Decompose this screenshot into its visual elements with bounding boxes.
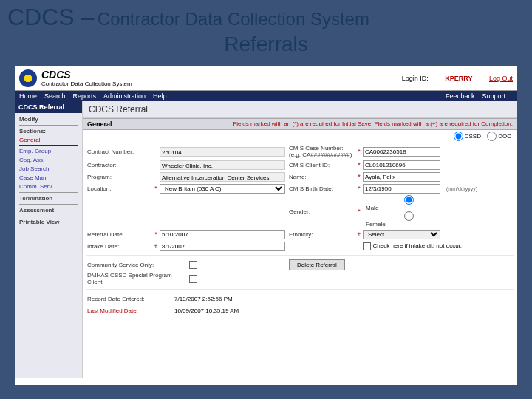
user-id: KPERRY xyxy=(445,75,472,82)
login-label: Login ID: xyxy=(402,75,429,82)
slide-title-2: Contractor Data Collection System xyxy=(98,9,369,29)
panel-title: CDCS Referral xyxy=(83,101,517,118)
community-service-label: Community Service Only: xyxy=(86,262,189,268)
contract-number-label: Contract Number: xyxy=(86,149,152,155)
sidebar-printable[interactable]: Printable View xyxy=(19,219,78,225)
menu-support[interactable]: Support xyxy=(482,92,505,100)
cssd-radio[interactable] xyxy=(454,132,463,141)
sidebar-item-caseman[interactable]: Case Man. xyxy=(19,174,78,181)
location-label: Location: xyxy=(86,185,152,192)
gender-female-radio[interactable] xyxy=(370,211,448,221)
menu-home[interactable]: Home xyxy=(19,92,37,100)
location-select[interactable]: New Britain (530 A C) xyxy=(160,184,285,194)
slide-subtitle: Referrals xyxy=(7,33,525,56)
logout-link[interactable]: Log Out xyxy=(489,75,513,82)
record-entered-label: Record Date Entered: xyxy=(86,296,174,302)
brand-subtitle: Contractor Data Collection System xyxy=(41,81,132,87)
sidebar-tab: CDCS Referral xyxy=(15,101,82,113)
delete-referral-button[interactable]: Delete Referral xyxy=(289,259,345,270)
menu-feedback[interactable]: Feedback xyxy=(446,92,475,100)
sidebar-modify[interactable]: Modify xyxy=(19,116,78,123)
male-label: Male xyxy=(366,205,378,211)
ethnicity-label: Ethnicity: xyxy=(289,231,355,238)
sidebar-item-cogass[interactable]: Cog. Ass. xyxy=(19,157,78,163)
intake-checkbox-label: Check here if intake did not occur. xyxy=(373,242,463,249)
menu-reports[interactable]: Reports xyxy=(73,92,97,100)
doc-radio[interactable] xyxy=(487,132,497,141)
menu-admin[interactable]: Administration xyxy=(103,92,146,100)
name-input[interactable] xyxy=(363,172,440,182)
gender-label: Gender: xyxy=(289,208,355,215)
cmis-birth-input[interactable] xyxy=(363,184,440,194)
contract-number-value: 250104 xyxy=(160,147,285,157)
community-service-checkbox[interactable] xyxy=(189,261,197,269)
sidebar-item-jobsearch[interactable]: Job Search xyxy=(19,166,78,172)
menu-search[interactable]: Search xyxy=(44,92,66,100)
last-modified-value: 10/09/2007 10:35:19 AM xyxy=(174,307,239,314)
section-general: General xyxy=(87,120,112,128)
main-panel: CDCS Referral General Fields marked with… xyxy=(83,101,517,378)
intake-date-label: Intake Date: xyxy=(86,243,152,250)
intake-checkbox[interactable] xyxy=(363,242,371,250)
contractor-value: Wheeler Clinic, Inc. xyxy=(160,160,285,170)
referral-date-label: Referral Date: xyxy=(86,231,152,238)
sidebar-item-empgroup[interactable]: Emp. Group xyxy=(19,148,78,154)
sidebar-termination[interactable]: Termination xyxy=(19,195,78,202)
intake-date-input[interactable] xyxy=(160,242,285,251)
program-label: Program: xyxy=(86,174,152,180)
doc-label: DOC xyxy=(498,133,511,140)
ethnicity-select[interactable]: Select xyxy=(363,230,440,239)
referral-date-input[interactable] xyxy=(160,230,285,239)
app-header: CDCS Contractor Data Collection System L… xyxy=(15,66,517,91)
female-label: Female xyxy=(366,221,386,228)
sidebar-sections-label: Sections: xyxy=(19,128,78,134)
name-label: Name: xyxy=(289,174,355,180)
cmis-client-label: CMIS Client ID: xyxy=(289,162,355,168)
menu-help[interactable]: Help xyxy=(153,92,167,100)
record-entered-value: 7/19/2007 2:52:56 PM xyxy=(174,296,233,302)
cssd-label: CSSD xyxy=(465,133,481,140)
cmis-case-label: CMIS Case Number: (e.g. CA############) xyxy=(289,145,355,158)
sidebar-assessment[interactable]: Assessment xyxy=(19,207,78,214)
sidebar-item-commserv[interactable]: Comm. Serv. xyxy=(19,183,78,190)
sidebar: CDCS Referral Modify Sections: General E… xyxy=(15,101,83,378)
cmis-case-input[interactable] xyxy=(363,147,440,157)
seal-icon xyxy=(19,69,37,87)
gender-male-radio[interactable] xyxy=(370,195,448,205)
cmis-client-input[interactable] xyxy=(363,160,440,170)
slide-title-1: CDCS – xyxy=(7,4,94,30)
brand-title: CDCS xyxy=(41,69,132,81)
date-format-hint: (mm/dd/yyyy) xyxy=(446,186,477,191)
contractor-label: Contractor: xyxy=(86,162,152,168)
dmhas-label: DMHAS CSSD Special Program Client: xyxy=(86,272,189,285)
cmis-birth-label: CMIS Birth Date: xyxy=(289,185,355,192)
last-modified-label: Last Modified Date: xyxy=(86,307,174,314)
app-window: CDCS Contractor Data Collection System L… xyxy=(15,66,517,385)
required-hint: Fields marked with an (*) are required f… xyxy=(233,120,513,128)
brand: CDCS Contractor Data Collection System xyxy=(41,69,132,87)
program-value: Alternative Incarceration Center Service… xyxy=(160,172,285,182)
menubar: Home Search Reports Administration Help … xyxy=(15,91,517,101)
dmhas-checkbox[interactable] xyxy=(189,275,197,283)
sidebar-item-general[interactable]: General xyxy=(19,137,78,146)
